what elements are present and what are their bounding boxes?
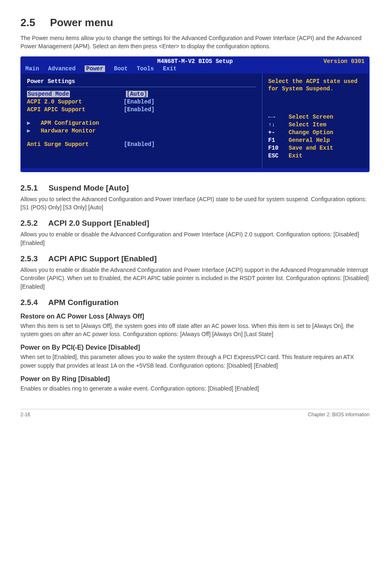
submenu-hardware-monitor[interactable]: ▶ Hardware Monitor	[27, 127, 256, 135]
bios-body: Power Settings Suspend Mode [Auto] ACPI …	[21, 74, 369, 168]
title-text: Power menu	[50, 16, 113, 29]
power-ring-heading: Power on By Ring [Disabled]	[20, 375, 370, 383]
help-key: +-	[268, 129, 285, 137]
section-252-body: Allows you to enable or disable the Adva…	[20, 230, 370, 247]
power-settings-heading: Power Settings	[27, 78, 256, 85]
item-value: [Enabled]	[123, 99, 155, 105]
item-label: Suspend Mode	[27, 91, 70, 97]
help-key-row: ESCExit	[268, 152, 363, 160]
tab-power[interactable]: Power	[85, 65, 105, 72]
section-253-heading: 2.5.3 ACPI APIC Support [Enabled]	[20, 254, 370, 263]
section-251-heading: 2.5.1 Suspend Mode [Auto]	[20, 184, 370, 193]
setting-acpi-apic[interactable]: ACPI APIC Support [Enabled]	[27, 106, 256, 114]
bios-left-panel: Power Settings Suspend Mode [Auto] ACPI …	[21, 74, 262, 168]
intro-paragraph: The Power menu items allow you to change…	[20, 34, 370, 51]
bios-right-panel: Select the ACPI state used for System Su…	[262, 74, 369, 168]
help-desc: Select Screen	[289, 113, 333, 121]
title-number: 2.5	[20, 16, 35, 29]
bios-setup-title: M4N68T-M-V2 BIOS Setup	[21, 58, 369, 65]
item-label: ACPI APIC Support	[27, 106, 85, 113]
section-number: 2.5.1	[20, 184, 38, 192]
help-key-row: F10Save and Exit	[268, 144, 363, 152]
bios-screenshot: M4N68T-M-V2 BIOS Setup Version 0301 Main…	[20, 56, 370, 172]
setting-anti-surge[interactable]: Anti Surge Support [Enabled]	[27, 141, 256, 148]
submenu-apm-config[interactable]: ▶ APM Configuration	[27, 119, 256, 127]
divider	[27, 87, 256, 87]
power-ring-body: Enables or disables ring to generate a w…	[20, 384, 370, 393]
help-key: ↑↓	[268, 121, 285, 129]
help-key-row: +-Change Option	[268, 129, 363, 137]
chapter-label: Chapter 2: BIOS information	[308, 412, 370, 417]
power-pci-body: When set to [Enabled], this parameter al…	[20, 353, 370, 370]
power-pci-heading: Power on By PCI(-E) Device [Disabled]	[20, 344, 370, 351]
bios-header: M4N68T-M-V2 BIOS Setup Version 0301 Main…	[21, 57, 369, 74]
item-label: APM Configuration	[41, 120, 99, 126]
section-title: ACPI 2.0 Support [Enabled]	[48, 219, 149, 227]
help-desc: General Help	[289, 137, 330, 144]
setting-acpi-20[interactable]: ACPI 2.0 Support [Enabled]	[27, 98, 256, 106]
tab-exit[interactable]: Exit	[163, 65, 177, 72]
page-footer: 2-16 Chapter 2: BIOS information	[20, 409, 370, 417]
tab-tools[interactable]: Tools	[137, 65, 154, 72]
page-number: 2-16	[20, 412, 30, 417]
help-key-row: ←→Select Screen	[268, 113, 363, 121]
tab-advanced[interactable]: Advanced	[48, 65, 76, 72]
bios-footer-bar	[21, 168, 369, 171]
tab-boot[interactable]: Boot	[114, 65, 128, 72]
help-desc: Save and Exit	[289, 144, 333, 152]
item-value: [Auto]	[126, 91, 148, 97]
item-label: Anti Surge Support	[27, 141, 89, 148]
item-label: ACPI 2.0 Support	[27, 99, 82, 105]
tab-main[interactable]: Main	[25, 65, 39, 72]
help-key: ←→	[268, 113, 285, 121]
help-key-row: F1General Help	[268, 137, 363, 144]
bios-version: Version 0301	[323, 58, 365, 65]
item-label: Hardware Monitor	[41, 128, 96, 134]
section-number: 2.5.4	[20, 298, 38, 307]
section-title: ACPI APIC Support [Enabled]	[48, 254, 157, 263]
section-title: APM Configuration	[48, 298, 119, 307]
restore-ac-body: When this item is set to [Always Off], t…	[20, 322, 370, 339]
section-251-body: Allows you to select the Advanced Config…	[20, 195, 370, 212]
section-title: Suspend Mode [Auto]	[49, 184, 129, 192]
help-key: F10	[268, 144, 285, 152]
item-value: [Enabled]	[124, 106, 155, 113]
help-desc: Exit	[289, 152, 303, 160]
submenu-arrow-icon: ▶	[27, 128, 30, 134]
setting-suspend-mode[interactable]: Suspend Mode [Auto]	[27, 90, 256, 98]
item-value: [Enabled]	[124, 141, 155, 148]
help-desc: Select Item	[289, 121, 326, 129]
restore-ac-heading: Restore on AC Power Loss [Always Off]	[20, 313, 370, 320]
help-desc: Change Option	[289, 129, 333, 137]
section-number: 2.5.3	[20, 254, 38, 263]
section-number: 2.5.2	[20, 219, 38, 227]
help-key: ESC	[268, 152, 285, 160]
help-key-row: ↑↓Select Item	[268, 121, 363, 129]
help-key: F1	[268, 137, 285, 144]
bios-tabs: Main Advanced Power Boot Tools Exit	[25, 65, 177, 72]
page-title: 2.5 Power menu	[20, 16, 370, 29]
context-help-text: Select the ACPI state used for System Su…	[268, 78, 363, 93]
submenu-arrow-icon: ▶	[27, 120, 30, 126]
section-252-heading: 2.5.2 ACPI 2.0 Support [Enabled]	[20, 219, 370, 228]
help-keys: ←→Select Screen ↑↓Select Item +-Change O…	[268, 113, 363, 159]
section-254-heading: 2.5.4 APM Configuration	[20, 298, 370, 307]
section-253-body: Allows you to enable or disable the Adva…	[20, 266, 370, 291]
